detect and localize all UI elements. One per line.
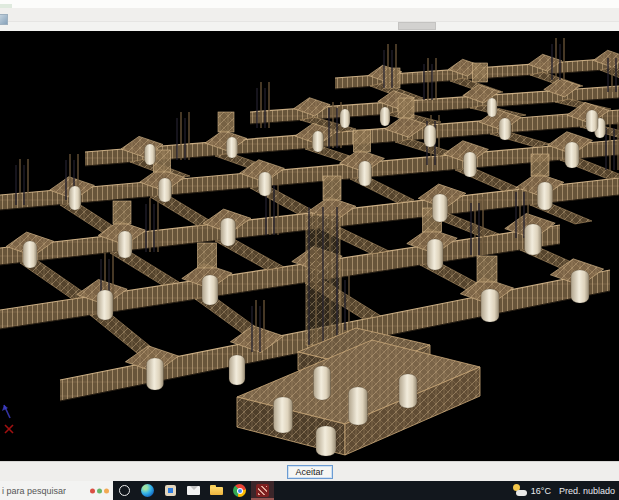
accept-button[interactable]: Aceitar [287,465,333,479]
3d-viewport[interactable] [0,31,619,461]
toolbar-strip [0,8,619,21]
taskbar-empty-area [274,481,512,500]
search-highlight-icon [90,488,109,493]
axis-indicator [2,405,13,433]
weather-icon [512,484,527,497]
weather-temperature: 16°C [531,486,551,496]
dialog-bottom-bar: Aceitar [0,461,619,481]
cortana-button[interactable] [113,481,136,500]
file-explorer-icon [210,487,223,495]
scrollbar-thumb[interactable] [398,22,436,30]
mail-button[interactable] [182,481,205,500]
chrome-button[interactable] [228,481,251,500]
weather-condition: Pred. nublado [559,486,615,496]
edge-icon [141,484,154,497]
top-window-strip [0,0,619,8]
store-button[interactable] [159,481,182,500]
cortana-icon [119,485,130,496]
search-placeholder-text: i para pesquisar [0,486,66,496]
file-explorer-button[interactable] [205,481,228,500]
taskbar: i para pesquisar 16°C Pred. nublado [0,481,619,500]
weather-widget[interactable]: 16°C Pred. nublado [512,481,619,500]
taskbar-search[interactable]: i para pesquisar [0,481,113,500]
model-svg[interactable] [0,31,619,461]
cad-app-button-active[interactable] [251,481,274,500]
clipped-toolbar-icon [0,14,8,25]
scrollbar-track [0,21,619,31]
edge-button[interactable] [136,481,159,500]
